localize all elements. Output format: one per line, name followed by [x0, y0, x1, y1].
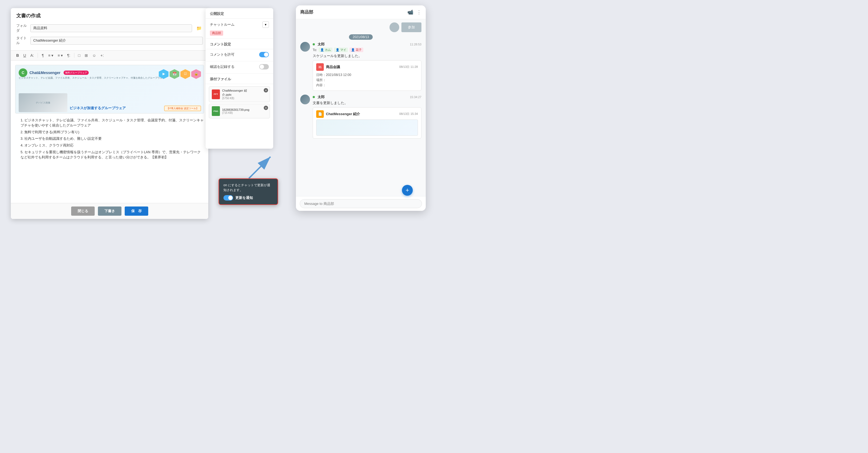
hex-3: ☑: [180, 69, 190, 79]
doc-editor-footer: 閉じる 下書き 保 存: [11, 203, 208, 219]
file-size-2: (715 KB): [222, 111, 249, 114]
confirm-record-toggle[interactable]: [259, 64, 269, 69]
list-btn-1[interactable]: ≡ ▾: [47, 53, 54, 58]
online-dot-1: [313, 43, 315, 45]
indent-btn[interactable]: ¶:: [66, 53, 71, 58]
message-header-2: 太郎 15:34:27: [313, 95, 422, 99]
file-name-1: ChatMessenger 紹介.pptx: [222, 89, 247, 97]
document-list: 1. ビジネスチャット、テレビ会議、ファイル共有、スケジュール・タスク管理、会議…: [15, 118, 204, 160]
table-btn[interactable]: ⊞: [84, 53, 89, 58]
chatroom-setting: チャットルーム ▾ 商品部: [206, 19, 273, 39]
save-button[interactable]: 保 存: [125, 206, 148, 216]
list-item-3: 3. 社内ユーザを自動認識するため、難しい設定不要: [15, 136, 204, 141]
schedule-title: 商品会議: [326, 65, 340, 69]
emoji-btn[interactable]: ☺: [91, 53, 97, 58]
schedule-card-1: 31 商品会議 08/13日 11:28 日時：2021/08/13 12:00…: [313, 60, 422, 91]
hex-1: ▶: [159, 69, 168, 79]
notification-text: on にするとチャットで更新が通知されます。: [223, 183, 273, 192]
room-tag: 商品部: [210, 31, 223, 36]
schedule-time: 08/13日 11:28: [399, 65, 418, 69]
folder-icon[interactable]: 📁: [195, 24, 203, 32]
chat-header: 商品部 📹 ⋮: [296, 5, 426, 19]
file-attachment-png: PNG 1628836301739.png (715 KB) ✕: [209, 104, 270, 118]
chat-input-area: [296, 196, 426, 211]
confirm-record-label: 確認を記録する: [210, 64, 235, 69]
doc-editor-title: 文書の作成: [16, 12, 203, 19]
attachment-list: PPT ChatMessenger 紹介.pptx (5756 KB) ✕ PN…: [206, 84, 273, 122]
pptx-icon: PPT: [212, 90, 220, 99]
comment-allow-label: コメントを許可: [210, 52, 235, 57]
file-attachment-pptx: PPT ChatMessenger 紹介.pptx (5756 KB) ✕: [209, 86, 270, 102]
message-text-2: 文書を更新しました。: [313, 100, 422, 106]
notification-toggle-row: 更新を通知: [223, 195, 273, 200]
message-content-1: 太郎 11:28:53 To: 👤 カム 👤 マイ 👤 花子 スケジュールを更新…: [313, 42, 422, 91]
chatroom-dropdown[interactable]: ▾: [262, 21, 269, 28]
device-illustration: デバイス画像: [19, 93, 67, 112]
sender-1: 太郎: [317, 42, 324, 47]
message-text-1: スケジュールを更新しました。: [313, 53, 422, 59]
video-icon[interactable]: 📹: [407, 9, 413, 15]
avatar-taro-2: [300, 95, 310, 104]
bold-btn[interactable]: B: [15, 53, 20, 58]
folder-input[interactable]: [30, 24, 192, 32]
message-content-2: 太郎 15:34:27 文書を更新しました。 📄 ChatMessenger 紹…: [313, 95, 422, 139]
chat-logo-text: Chat&Messenger: [29, 70, 60, 76]
doc-card-title: ChatMessenger 紹介: [326, 111, 360, 117]
list-item-2: 2. 無料で利用できる(有料プラン有り): [15, 130, 204, 135]
chatroom-label: チャットルーム: [210, 22, 235, 27]
draft-button[interactable]: 下書き: [98, 206, 121, 216]
title-input[interactable]: [30, 37, 203, 44]
file-info-2: 1628836301739.png (715 KB): [222, 108, 249, 114]
promo-text: ビジネスが加速するグループウェア: [69, 105, 126, 111]
attachment-title: 添付ファイル: [206, 73, 273, 84]
editor-toolbar: B U A: ¶ ≡ ▾ ≡ ▾ ¶: □ ⊞ ☺ +:: [11, 51, 208, 61]
comment-settings-title: コメント設定: [206, 39, 273, 49]
more-options-icon[interactable]: ⋮: [416, 9, 422, 15]
file-close-1[interactable]: ✕: [264, 88, 268, 92]
doc-content-area[interactable]: C Chat&Messenger 無料グループウェア ビジネスチャット、テレビ会…: [11, 61, 208, 203]
date-badge: 2021/08/13: [300, 34, 422, 40]
to-label: To:: [313, 48, 317, 52]
schedule-datetime: 日時：2021/08/13 12:00: [316, 72, 418, 77]
notification-toggle-label: 更新を通知: [235, 195, 253, 200]
file-close-2[interactable]: ✕: [264, 106, 268, 110]
free-badge: 無料グループウェア: [64, 70, 89, 75]
chat-messages[interactable]: 参加 2021/08/13 太郎 11:28:53 To: 👤 カム 👤 マイ …: [296, 19, 426, 196]
date-badge-text: 2021/08/13: [349, 34, 373, 40]
to-hanako: 👤 花子: [349, 47, 363, 52]
comment-allow-toggle[interactable]: [259, 52, 269, 57]
paragraph-btn[interactable]: ¶: [40, 53, 45, 58]
schedule-content: 内容：: [316, 83, 418, 88]
message-to-row-1: To: 👤 カム 👤 マイ 👤 花子: [313, 47, 422, 52]
schedule-location: 場所：: [316, 77, 418, 83]
list-item-1: 1. ビジネスチャット、テレビ会議、ファイル共有、スケジュール・タスク管理、会議…: [15, 118, 204, 128]
chat-tagline: ビジネスチャット、テレビ会議、ファイル共有、スケジュール・タスク管理、スクリーン…: [19, 76, 165, 80]
to-kamu: 👤 カム: [319, 47, 333, 52]
confirm-record-row: 確認を記録する: [210, 64, 269, 69]
add-fab-button[interactable]: +: [402, 185, 413, 196]
confirm-record-setting: 確認を記録する: [206, 61, 273, 73]
comment-allow-row: コメントを許可: [210, 52, 269, 57]
message-time-1: 11:28:53: [410, 43, 422, 46]
close-button[interactable]: 閉じる: [71, 206, 95, 216]
message-group-2: 太郎 15:34:27 文書を更新しました。 📄 ChatMessenger 紹…: [300, 95, 422, 139]
doc-card-header: 📄 ChatMessenger 紹介 08/13日 15:34: [316, 110, 418, 118]
more-btn[interactable]: +:: [99, 53, 105, 58]
chat-input[interactable]: [300, 199, 422, 208]
font-size-btn[interactable]: A:: [29, 53, 35, 58]
list-btn-2[interactable]: ≡ ▾: [57, 53, 64, 58]
list-item-5: 5. セキュリティを重視し機密情報を扱うチームはオンプレミス（プライベートLAN…: [15, 150, 204, 160]
page-btn[interactable]: □: [77, 53, 82, 58]
schedule-detail: 日時：2021/08/13 12:00 場所： 内容：: [316, 72, 418, 88]
hex-decorations: ▶ 📅 ☑ 🔒: [159, 69, 201, 79]
folder-label: フォルダ: [16, 23, 27, 33]
png-icon: PNG: [212, 106, 220, 116]
message-time-2: 15:34:27: [410, 95, 422, 99]
publish-settings-title: 公開設定: [206, 8, 273, 19]
file-info-1: ChatMessenger 紹介.pptx (5756 KB): [222, 89, 247, 100]
join-button[interactable]: 参加: [401, 23, 422, 32]
hex-4: 🔒: [191, 69, 201, 79]
notification-toggle[interactable]: [223, 195, 233, 200]
underline-btn[interactable]: U: [22, 53, 27, 58]
doc-card-icon: 📄: [316, 110, 324, 118]
